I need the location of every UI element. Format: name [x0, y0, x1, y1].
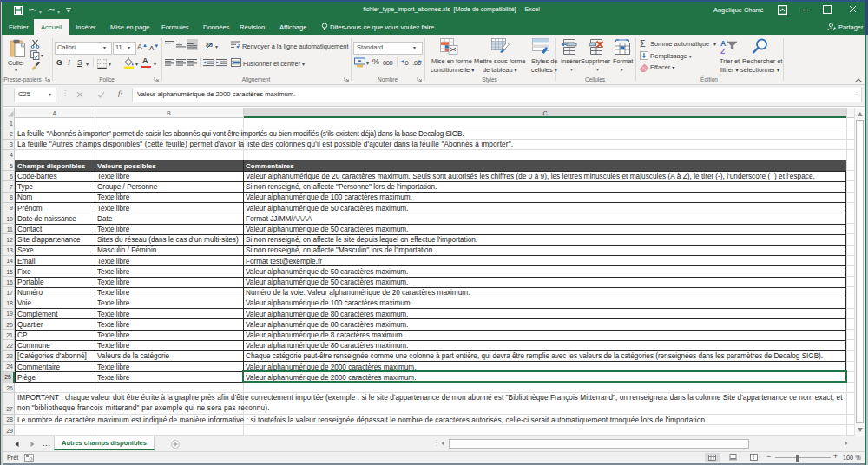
svg-text:.0: .0 — [404, 59, 409, 67]
svg-text:ab: ab — [206, 42, 213, 48]
svg-text:Z: Z — [720, 47, 725, 55]
svg-text:.00: .00 — [412, 59, 421, 67]
